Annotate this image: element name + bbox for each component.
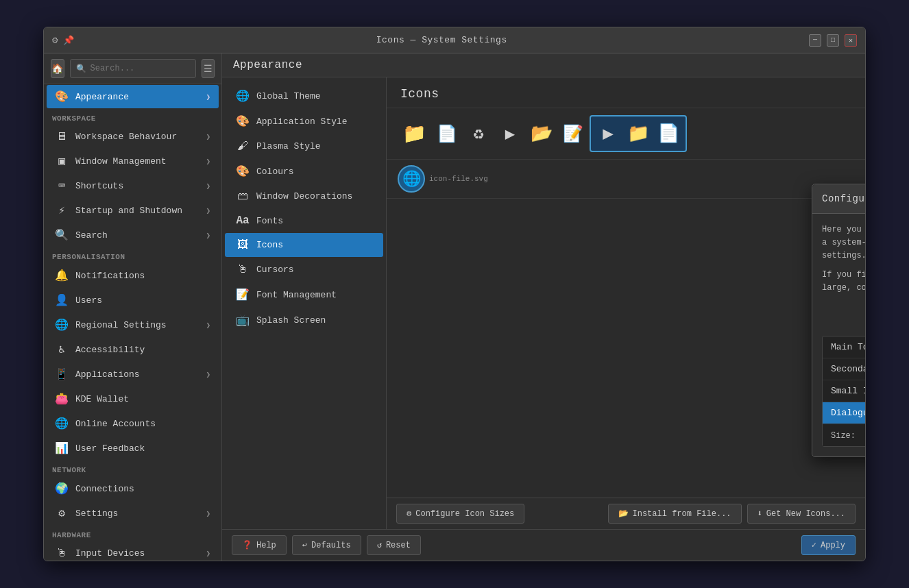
preview-doc: 📄 bbox=[433, 120, 461, 147]
sidebar-item-appearance[interactable]: 🎨 Appearance ❯ bbox=[47, 85, 219, 108]
sidebar: 🏠 🔍 ☰ 🎨 Appearance ❯ Workspace 🖥 Workspa… bbox=[44, 53, 222, 561]
sidebar-item-online-accounts[interactable]: 🌐 Online Accounts bbox=[47, 412, 219, 435]
sub-item-font-management[interactable]: 📝 Font Management bbox=[225, 282, 383, 307]
defaults-button[interactable]: ↩ Defaults bbox=[292, 535, 361, 555]
sidebar-item-notifications[interactable]: 🔔 Notifications bbox=[47, 264, 219, 287]
sidebar-header: 🏠 🔍 ☰ bbox=[44, 53, 221, 84]
sub-item-label: Plasma Style bbox=[256, 141, 321, 151]
sub-item-splash-screen[interactable]: 📺 Splash Screen bbox=[225, 308, 383, 332]
reset-button[interactable]: ↺ Reset bbox=[367, 535, 421, 555]
sub-item-icons[interactable]: 🖼 Icons bbox=[225, 233, 383, 257]
sidebar-item-network-settings[interactable]: ⚙ Settings ❯ bbox=[47, 502, 219, 525]
maximize-button[interactable]: □ bbox=[827, 34, 839, 47]
sidebar-item-applications[interactable]: 📱 Applications ❯ bbox=[47, 363, 219, 386]
sidebar-item-input-devices[interactable]: 🖱 Input Devices ❯ bbox=[47, 542, 219, 561]
chevron-right-icon: ❯ bbox=[206, 157, 210, 166]
sidebar-item-window-management[interactable]: ▣ Window Management ❯ bbox=[47, 149, 219, 173]
preview-doc2: 📝 bbox=[559, 120, 587, 147]
sidebar-item-label: Input Devices bbox=[75, 548, 199, 559]
dialog-description: Here you can configure the default sizes… bbox=[822, 223, 865, 295]
panel-title: Icons bbox=[387, 77, 865, 108]
icons-main-panel: Icons 📁 📄 ♻️ ▶ 📂 📝 bbox=[387, 77, 865, 529]
sub-item-label: Splash Screen bbox=[256, 315, 326, 326]
icons-bottom-bar: ⚙ Configure Icon Sizes 📂 Install from Fi… bbox=[387, 498, 865, 529]
regional-icon: 🌐 bbox=[55, 318, 69, 332]
font-management-icon: 📝 bbox=[236, 288, 250, 302]
configure-icon-sizes-button[interactable]: ⚙ Configure Icon Sizes bbox=[396, 504, 524, 524]
preview-play-selected: ▶ bbox=[594, 119, 622, 148]
sidebar-item-startup-shutdown[interactable]: ⚡ Startup and Shutdown ❯ bbox=[47, 199, 219, 222]
install-from-file-button[interactable]: 📂 Install from File... bbox=[608, 504, 742, 524]
minimize-button[interactable]: ─ bbox=[809, 34, 821, 47]
sub-item-label: Icons bbox=[256, 240, 283, 250]
appearance-sub-sidebar: 🌐 Global Theme 🎨 Application Style 🖌 Pla… bbox=[222, 77, 387, 529]
window-icon: ⚙ bbox=[52, 34, 58, 46]
apply-button[interactable]: ✓ Apply bbox=[801, 535, 856, 555]
sub-item-window-decorations[interactable]: 🗃 Window Decorations bbox=[225, 184, 383, 208]
install-file-label: Install from File... bbox=[633, 509, 731, 519]
sidebar-item-accessibility[interactable]: ♿ Accessibility bbox=[47, 338, 219, 361]
sidebar-item-shortcuts[interactable]: ⌨ Shortcuts ❯ bbox=[47, 174, 219, 197]
chevron-right-icon: ❯ bbox=[206, 182, 210, 191]
sub-item-label: Global Theme bbox=[256, 91, 321, 101]
chevron-right-icon: ❯ bbox=[206, 370, 210, 379]
sidebar-item-regional-settings[interactable]: 🌐 Regional Settings ❯ bbox=[47, 313, 219, 336]
get-new-icons-button[interactable]: ⬇ Get New Icons... bbox=[747, 504, 856, 524]
appearance-icon: 🎨 bbox=[55, 90, 69, 103]
preview-recycle: ♻️ bbox=[463, 119, 494, 149]
sidebar-item-label: Settings bbox=[75, 509, 199, 519]
search-sidebar-icon: 🔍 bbox=[55, 228, 69, 242]
sidebar-item-label: Window Management bbox=[75, 156, 199, 167]
window-management-icon: ▣ bbox=[55, 154, 69, 168]
apply-label: Apply bbox=[821, 541, 845, 550]
close-button[interactable]: ✕ bbox=[845, 34, 857, 47]
configure-icon-sizes-btn-icon: ⚙ bbox=[407, 509, 411, 519]
icon-type-small-icons[interactable]: Small Icons bbox=[823, 380, 865, 402]
dialog-desc-para2: If you find that objects on screen are g… bbox=[822, 269, 865, 295]
sidebar-item-label: Connections bbox=[75, 484, 210, 494]
sidebar-item-label: Workspace Behaviour bbox=[75, 132, 199, 142]
search-icon: 🔍 bbox=[76, 64, 86, 74]
application-style-icon: 🎨 bbox=[236, 114, 250, 128]
search-box[interactable]: 🔍 bbox=[70, 59, 196, 78]
size-label: Size: bbox=[831, 431, 858, 441]
sidebar-item-workspace-behaviour[interactable]: 🖥 Workspace Behaviour ❯ bbox=[47, 125, 219, 148]
connections-icon: 🌍 bbox=[55, 482, 69, 495]
sidebar-item-label: Online Accounts bbox=[75, 419, 210, 429]
sub-item-label: Colours bbox=[256, 167, 294, 177]
preview-doc-selected: 📄 bbox=[654, 119, 683, 148]
home-button[interactable]: 🏠 bbox=[51, 59, 64, 78]
cursors-icon: 🖱 bbox=[236, 263, 250, 276]
sub-item-fonts[interactable]: Aa Fonts bbox=[225, 209, 383, 232]
window-controls: ─ □ ✕ bbox=[809, 34, 857, 47]
globe-icon-active: 🌐 bbox=[398, 165, 425, 193]
icon-type-secondary-toolbars[interactable]: Secondary Toolbars bbox=[823, 358, 865, 380]
titlebar: ⚙ 📌 Icons — System Settings ─ □ ✕ bbox=[44, 27, 865, 53]
search-input[interactable] bbox=[90, 64, 190, 73]
menu-button[interactable]: ☰ bbox=[202, 59, 215, 78]
sidebar-item-search[interactable]: 🔍 Search ❯ bbox=[47, 223, 219, 247]
sub-item-colours[interactable]: 🎨 Colours bbox=[225, 159, 383, 184]
help-button[interactable]: ❓ Help bbox=[232, 535, 287, 555]
reset-icon: ↺ bbox=[377, 540, 382, 550]
sub-item-application-style[interactable]: 🎨 Application Style bbox=[225, 109, 383, 134]
defaults-icon: ↩ bbox=[302, 540, 307, 550]
sub-item-label: Window Decorations bbox=[256, 191, 352, 201]
sub-item-cursors[interactable]: 🖱 Cursors bbox=[225, 258, 383, 282]
icon-type-dialogues[interactable]: Dialogues bbox=[823, 402, 865, 424]
sub-item-global-theme[interactable]: 🌐 Global Theme bbox=[225, 84, 383, 108]
input-devices-icon: 🖱 bbox=[55, 547, 69, 560]
sidebar-item-user-feedback[interactable]: 📊 User Feedback bbox=[47, 437, 219, 460]
user-feedback-icon: 📊 bbox=[55, 441, 69, 455]
pin-icon: 📌 bbox=[63, 35, 74, 46]
get-new-icons-label: Get New Icons... bbox=[766, 509, 845, 519]
sidebar-item-users[interactable]: 👤 Users bbox=[47, 289, 219, 312]
sidebar-item-connections[interactable]: 🌍 Connections bbox=[47, 477, 219, 500]
icon-type-main-toolbar[interactable]: Main Toolbar bbox=[823, 336, 865, 358]
sidebar-item-kde-wallet[interactable]: 👛 KDE Wallet bbox=[47, 387, 219, 411]
main-layout: 🏠 🔍 ☰ 🎨 Appearance ❯ Workspace 🖥 Workspa… bbox=[44, 53, 865, 561]
sub-item-plasma-style[interactable]: 🖌 Plasma Style bbox=[225, 134, 383, 158]
sidebar-item-label: Notifications bbox=[75, 271, 210, 281]
online-accounts-icon: 🌐 bbox=[55, 417, 69, 430]
preview-folder-selected: 📁 bbox=[624, 119, 653, 148]
